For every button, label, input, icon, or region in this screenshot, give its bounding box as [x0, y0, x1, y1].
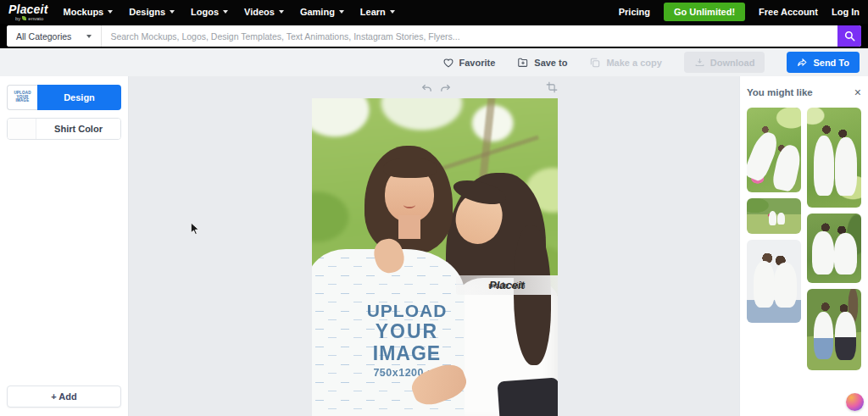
shirt-color-swatch[interactable] — [8, 119, 36, 139]
woman-left-smile — [403, 202, 415, 208]
nav-item-logos[interactable]: Logos — [191, 7, 228, 17]
woman-left-bangs — [383, 158, 437, 178]
design-layer-button[interactable]: Design — [37, 85, 121, 110]
woman-right-hair-strand — [514, 225, 551, 365]
design-thumbnail[interactable]: UPLOAD YOUR IMAGE — [7, 85, 37, 110]
search-input[interactable] — [102, 25, 837, 47]
envato-leaf-icon — [22, 16, 26, 20]
save-to-button[interactable]: Save to — [517, 57, 567, 69]
shirt-color-row: Shirt Color — [7, 118, 121, 140]
top-navbar: Placeit byenvato Mockups Designs Logos V… — [0, 0, 868, 24]
pricing-link[interactable]: Pricing — [619, 7, 650, 17]
layers-sidebar: UPLOAD YOUR IMAGE Design Shirt Color + A… — [0, 76, 129, 416]
suggestion-thumbnail-park-picnic-scene[interactable] — [747, 198, 801, 234]
favorite-button[interactable]: Favorite — [442, 57, 496, 69]
suggestion-thumbnail-women-hoodies-park[interactable] — [807, 214, 861, 283]
shirt-color-button[interactable]: Shirt Color — [36, 119, 120, 139]
chevron-down-icon — [170, 10, 175, 14]
main-menu: Mockups Designs Logos Videos Gaming Lear… — [64, 7, 395, 17]
undo-icon[interactable] — [420, 82, 433, 95]
nav-item-designs[interactable]: Designs — [129, 7, 175, 17]
go-unlimited-button[interactable]: Go Unlimited! — [664, 3, 745, 21]
free-account-link[interactable]: Free Account — [759, 7, 818, 17]
chat-widget-icon[interactable] — [846, 393, 864, 411]
download-icon — [694, 57, 705, 68]
nav-right-actions: Pricing Go Unlimited! Free Account Log I… — [619, 3, 860, 21]
chevron-down-icon — [279, 10, 284, 14]
search-bar: All Categories — [7, 25, 861, 47]
copy-icon — [589, 57, 601, 69]
download-button[interactable]: Download — [684, 52, 765, 73]
nav-item-gaming[interactable]: Gaming — [300, 7, 344, 17]
suggestion-thumbnail-women-hugging-studio[interactable] — [747, 240, 801, 323]
close-suggestions-button[interactable]: × — [854, 86, 861, 98]
add-button[interactable]: + Add — [7, 385, 121, 408]
suggestions-column-right — [807, 108, 861, 370]
make-a-copy-button[interactable]: Make a copy — [589, 57, 661, 69]
placeit-watermark: made with Placeit — [456, 275, 558, 295]
chevron-down-icon — [86, 35, 92, 38]
logo-text: Placeit — [8, 3, 48, 15]
heart-icon — [442, 57, 454, 69]
chevron-down-icon — [223, 10, 228, 14]
nav-item-learn[interactable]: Learn — [360, 7, 395, 17]
editor-toolbar: Favorite Save to Make a copy Download Se… — [0, 48, 868, 76]
chevron-down-icon — [390, 10, 395, 14]
send-to-button[interactable]: Send To — [787, 52, 860, 73]
nav-item-videos[interactable]: Videos — [244, 7, 284, 17]
chevron-down-icon — [108, 10, 113, 14]
suggestions-panel: You might like × — [739, 76, 868, 416]
suggestion-thumbnail-women-pair-garden[interactable] — [807, 108, 861, 208]
search-icon — [844, 31, 855, 42]
suggestions-header: You might like × — [747, 86, 861, 98]
suggestions-title: You might like — [747, 87, 813, 97]
logo-subtext: byenvato — [8, 16, 48, 21]
search-bar-row: All Categories — [0, 24, 868, 48]
placeit-editor: Placeit byenvato Mockups Designs Logos V… — [0, 0, 868, 416]
mouse-cursor — [190, 222, 202, 236]
send-icon — [797, 57, 808, 68]
nav-item-mockups[interactable]: Mockups — [64, 7, 114, 17]
crop-icon[interactable] — [546, 81, 558, 93]
suggestion-thumbnail-women-walking-forest[interactable] — [807, 289, 861, 370]
folder-plus-icon — [517, 57, 529, 69]
canvas-area: UPLOAD YOUR IMAGE 750x1200 px made with … — [129, 76, 739, 416]
redo-icon[interactable] — [439, 82, 452, 95]
editor-content: UPLOAD YOUR IMAGE Design Shirt Color + A… — [0, 76, 868, 416]
woman-right-pants — [497, 378, 558, 416]
log-in-link[interactable]: Log In — [832, 7, 860, 17]
woman-left-neck — [398, 215, 420, 239]
suggestion-thumbnail-women-lying-on-grass[interactable] — [747, 108, 801, 192]
chevron-down-icon — [339, 10, 344, 14]
category-dropdown[interactable]: All Categories — [7, 25, 102, 47]
suggestions-column-left — [747, 108, 801, 370]
design-layer-row: UPLOAD YOUR IMAGE Design — [7, 85, 121, 110]
suggestions-grid — [747, 108, 861, 370]
search-button[interactable] — [837, 25, 861, 47]
placeit-logo[interactable]: Placeit byenvato — [8, 3, 48, 21]
mockup-preview[interactable]: UPLOAD YOUR IMAGE 750x1200 px made with … — [312, 98, 558, 416]
